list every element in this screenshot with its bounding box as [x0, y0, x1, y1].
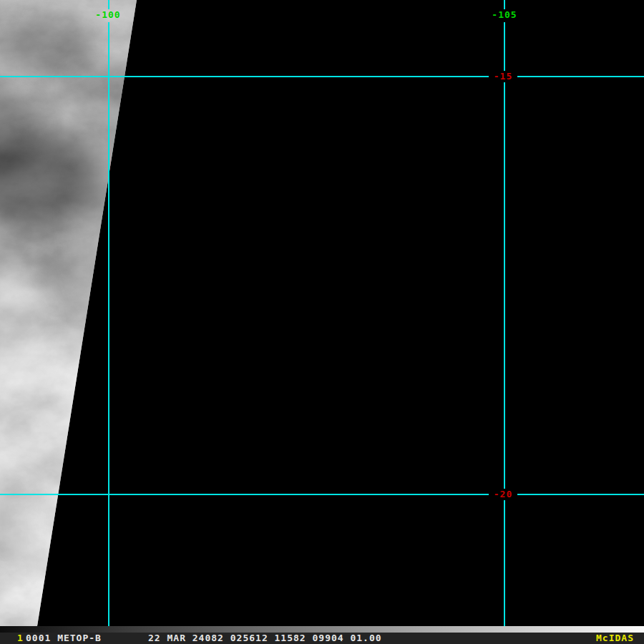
dataset-label: 0001 METOP-B [26, 633, 102, 644]
image-info-label: 22 MAR 24082 025612 11582 09904 01.00 [148, 633, 382, 644]
grayscale-brightness-bar [0, 626, 644, 633]
latitude-label-20: -20 [494, 489, 512, 499]
longitude-label-105: -105 [492, 10, 517, 20]
latitude-label-15: -15 [494, 72, 512, 82]
mcidas-display: -100 -105 -15 -20 1 0001 METOP-B 22 MAR … [0, 0, 644, 644]
frame-number: 1 [17, 633, 24, 644]
status-bar: 1 0001 METOP-B 22 MAR 24082 025612 11582… [0, 633, 644, 644]
mcidas-brand-label: McIDAS [596, 633, 634, 644]
satellite-image-swath[interactable] [0, 0, 644, 644]
longitude-label-100: -100 [95, 10, 120, 20]
